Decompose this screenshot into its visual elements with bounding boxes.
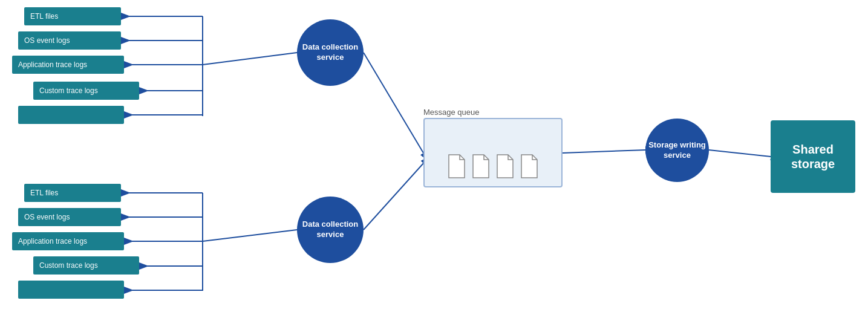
extra-box-top [18, 106, 124, 124]
storage-writing-service: Storage writing service [645, 119, 709, 182]
message-queue-label: Message queue [423, 108, 480, 117]
app-trace-logs-top: Application trace logs [12, 56, 124, 74]
app-trace-logs-bot: Application trace logs [12, 232, 124, 250]
data-collection-service-top: Data collection service [297, 19, 364, 86]
etl-files-top: ETL files [24, 7, 121, 25]
queue-doc-1 [446, 154, 467, 179]
queue-doc-3 [495, 154, 515, 179]
extra-box-bot [18, 281, 124, 299]
shared-storage-box: Shared storage [771, 120, 855, 193]
svg-line-8 [203, 53, 297, 65]
queue-doc-4 [519, 154, 540, 179]
custom-trace-logs-top: Custom trace logs [33, 82, 139, 100]
svg-line-17 [364, 163, 423, 230]
etl-files-bot: ETL files [24, 184, 121, 202]
os-event-logs-top: OS event logs [18, 31, 121, 50]
architecture-diagram: ETL files OS event logs Application trac… [0, 0, 868, 312]
svg-line-16 [203, 230, 297, 241]
svg-line-18 [563, 150, 645, 153]
message-queue-box [423, 118, 563, 187]
os-event-logs-bot: OS event logs [18, 208, 121, 226]
queue-documents [446, 154, 540, 179]
data-collection-service-bot: Data collection service [297, 197, 364, 263]
svg-line-19 [709, 150, 771, 157]
custom-trace-logs-bot: Custom trace logs [33, 256, 139, 275]
svg-line-9 [364, 53, 423, 153]
queue-doc-2 [471, 154, 491, 179]
